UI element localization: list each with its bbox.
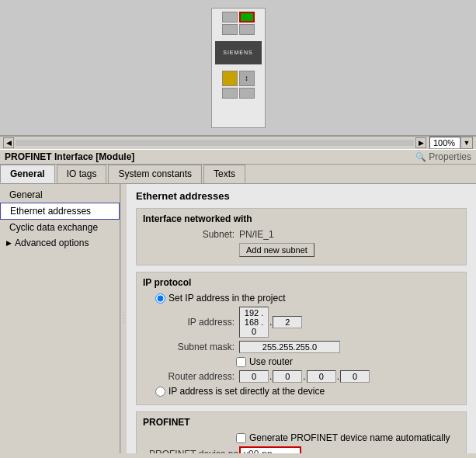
use-router-row: Use router xyxy=(143,356,460,367)
set-ip-label: Set IP address in the project xyxy=(169,293,286,304)
ip-part-2[interactable]: 2 xyxy=(273,316,302,328)
tab-texts[interactable]: Texts xyxy=(203,165,245,183)
sidebar-item-cyclic[interactable]: Cyclic data exchange xyxy=(0,220,120,235)
direct-radio-row: IP address is set directly at the device xyxy=(143,386,460,397)
router-address-row: Router address: 0 . 0 . 0 . 0 xyxy=(143,370,460,383)
subnet-value: PN/IE_1 xyxy=(239,229,274,240)
properties-icon: 🔍 Properties xyxy=(415,151,471,162)
device-slot-4 xyxy=(239,24,255,35)
router-dot-3: . xyxy=(337,371,339,382)
router-dot-1: . xyxy=(269,371,272,382)
zoom-display: 100% xyxy=(429,137,460,149)
sidebar-label-general: General xyxy=(9,189,43,200)
set-ip-radio[interactable] xyxy=(155,293,165,304)
device-slot-1 xyxy=(222,12,238,23)
scroll-right-button[interactable]: ▶ xyxy=(415,137,426,148)
direct-radio[interactable] xyxy=(155,387,165,397)
sidebar-item-advanced[interactable]: ▶ Advanced options xyxy=(0,235,120,251)
interface-networked-section: Interface networked with Subnet: PN/IE_1… xyxy=(136,208,467,265)
tab-system-constants[interactable]: System constants xyxy=(108,165,202,183)
sidebar-label-ethernet: Ethernet addresses xyxy=(10,206,91,217)
subnet-mask-row: Subnet mask: 255.255.255.0 xyxy=(143,341,460,353)
subnet-row: Subnet: PN/IE_1 xyxy=(143,229,460,240)
device-slot-6 xyxy=(239,88,255,99)
sidebar-item-general[interactable]: General xyxy=(0,187,120,203)
scroll-left-button[interactable]: ◀ xyxy=(3,137,14,148)
add-subnet-row: Add new subnet xyxy=(143,243,460,257)
device-name-label: PROFINET device name: xyxy=(149,449,235,453)
sidebar-label-advanced: Advanced options xyxy=(15,238,89,248)
subnet-mask-value[interactable]: 255.255.255.0 xyxy=(239,341,340,353)
device-connector-1 xyxy=(222,71,238,86)
window-title: PROFINET Interface [Module] xyxy=(5,151,134,162)
section-title: Ethernet addresses xyxy=(136,190,467,202)
siemens-label: SIEMENS xyxy=(223,50,253,55)
tabs-bar: General IO tags System constants Texts xyxy=(0,165,476,184)
device-slot-3 xyxy=(222,24,238,35)
router-part-1[interactable]: 0 xyxy=(239,370,269,383)
device-slots-bottom: ↕ xyxy=(222,71,255,99)
ip-protocol-section: IP protocol Set IP address in the projec… xyxy=(136,272,467,405)
interface-networked-title: Interface networked with xyxy=(143,213,460,224)
tab-io-tags[interactable]: IO tags xyxy=(57,165,107,183)
router-part-4[interactable]: 0 xyxy=(340,370,370,383)
router-label: Router address: xyxy=(149,371,235,382)
properties-header: PROFINET Interface [Module] 🔍 Properties xyxy=(0,150,476,165)
device-slot-active xyxy=(239,12,255,23)
device-slots-top xyxy=(222,12,255,35)
arrow-advanced: ▶ xyxy=(6,239,12,247)
device-middle: SIEMENS xyxy=(215,41,262,64)
properties-label: Properties xyxy=(429,151,471,162)
device-connector-2: ↕ xyxy=(239,71,255,86)
sidebar: General Ethernet addresses Cyclic data e… xyxy=(0,184,120,453)
profinet-section: PROFINET Generate PROFINET device name a… xyxy=(136,411,467,453)
subnet-mask-label: Subnet mask: xyxy=(149,342,235,352)
sidebar-item-ethernet[interactable]: Ethernet addresses xyxy=(0,203,120,220)
ip-protocol-title: IP protocol xyxy=(143,277,460,288)
set-ip-radio-row: Set IP address in the project xyxy=(143,293,460,304)
zoom-dropdown-button[interactable]: ▼ xyxy=(460,137,473,149)
use-router-checkbox[interactable] xyxy=(236,357,246,367)
sidebar-label-cyclic: Cyclic data exchange xyxy=(9,222,98,233)
router-parts: 0 . 0 . 0 . 0 xyxy=(239,370,370,383)
scrollbar-area: ◀ ▶ 100% ▼ xyxy=(0,136,476,150)
resize-handle[interactable]: · · · xyxy=(120,184,127,453)
use-router-label: Use router xyxy=(249,356,293,367)
device-slot-5 xyxy=(222,88,238,99)
device-name-input[interactable] xyxy=(239,446,301,453)
generate-auto-checkbox[interactable] xyxy=(236,433,246,443)
device-panel: SIEMENS ↕ xyxy=(0,0,476,136)
content-area: Ethernet addresses Interface networked w… xyxy=(127,184,476,453)
direct-label: IP address is set directly at the device xyxy=(169,386,325,397)
main-content: General Ethernet addresses Cyclic data e… xyxy=(0,184,476,453)
add-subnet-button[interactable]: Add new subnet xyxy=(239,243,314,257)
tab-general[interactable]: General xyxy=(0,165,55,183)
generate-auto-label: Generate PROFINET device name automatica… xyxy=(249,432,450,443)
ip-address-row: IP address: 192 . 168 . 0 . 2 xyxy=(143,307,460,338)
ip-address-label: IP address: xyxy=(149,317,235,328)
device-image: SIEMENS ↕ xyxy=(211,8,266,128)
ip-part-1[interactable]: 192 . 168 . 0 xyxy=(239,307,269,338)
profinet-title: PROFINET xyxy=(143,417,460,428)
generate-auto-row: Generate PROFINET device name automatica… xyxy=(143,432,460,443)
scroll-track[interactable] xyxy=(16,140,414,146)
ip-address-parts: 192 . 168 . 0 . 2 xyxy=(239,307,302,338)
router-part-3[interactable]: 0 xyxy=(307,370,336,383)
device-name-row: PROFINET device name: xyxy=(143,446,460,453)
subnet-label: Subnet: xyxy=(149,229,235,240)
router-part-2[interactable]: 0 xyxy=(273,370,302,383)
router-dot-2: . xyxy=(303,371,305,382)
ip-dot-1: . xyxy=(269,317,272,328)
